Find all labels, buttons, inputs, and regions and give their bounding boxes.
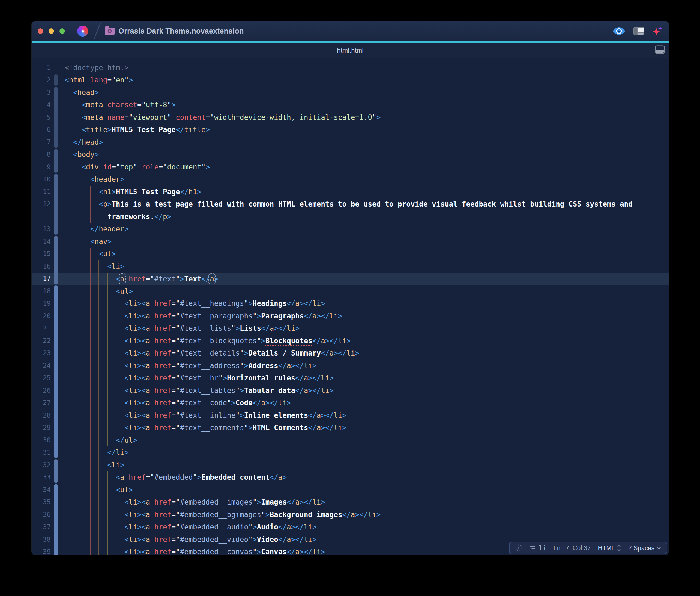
code-line-12[interactable]: 12 <p>This is a test page filled with co…	[32, 198, 669, 211]
line-number[interactable]: 26	[32, 387, 51, 394]
code-line-26[interactable]: 26 <li><a href="#text__tables">Tabular d…	[32, 384, 669, 397]
line-number[interactable]: 19	[32, 300, 51, 307]
code-text: <a href="#embedded">Embedded content</a>	[64, 473, 287, 481]
code-line-7[interactable]: 7 </head>	[32, 136, 669, 148]
line-number[interactable]: 6	[32, 126, 51, 133]
line-number[interactable]: 23	[32, 349, 51, 357]
code-line-24[interactable]: 24 <li><a href="#text__address">Address<…	[32, 359, 669, 372]
code-line-10[interactable]: 10 <header>	[32, 173, 669, 186]
tab-bar[interactable]: html.html	[32, 43, 669, 58]
code-text: <li><a href="#text__lists">Lists</a></li…	[64, 324, 300, 332]
code-line-14[interactable]: 14 <nav>	[32, 235, 669, 248]
preview-eye-button[interactable]	[613, 27, 625, 35]
code-line-6[interactable]: 6 <title>HTML5 Test Page</title>	[32, 124, 669, 136]
line-number[interactable]: 37	[32, 523, 51, 531]
code-line-16[interactable]: 16 <li>	[32, 260, 669, 273]
tab-html[interactable]: html.html	[337, 47, 363, 54]
line-number[interactable]: 39	[32, 548, 51, 555]
line-number[interactable]: 4	[32, 101, 51, 108]
line-number[interactable]: 3	[32, 89, 51, 96]
code-line-11[interactable]: 11 <h1>HTML5 Test Page</h1>	[32, 185, 669, 198]
line-number[interactable]: 35	[32, 498, 51, 506]
code-line-22[interactable]: 22 <li><a href="#text__blockquotes">Bloc…	[32, 334, 669, 347]
line-number[interactable]: 10	[32, 175, 51, 183]
status-bar[interactable]: li Ln 17, Col 37 HTML 2 Spaces	[509, 542, 667, 554]
line-number[interactable]: 11	[32, 188, 51, 196]
line-number[interactable]: 34	[32, 486, 51, 494]
minimize-button[interactable]	[49, 28, 54, 34]
code-text: </ul>	[64, 436, 137, 444]
line-number[interactable]: 31	[32, 449, 51, 456]
code-line-15[interactable]: 15 <ul>	[32, 248, 669, 260]
line-number[interactable]: 29	[32, 424, 51, 431]
code-line-5[interactable]: 5 <meta name="viewport" content="width=d…	[32, 111, 669, 124]
code-line-28[interactable]: 28 <li><a href="#text__inline">Inline el…	[32, 409, 669, 422]
code-line-9[interactable]: 9 <div id="top" role="document">	[32, 161, 669, 173]
line-number[interactable]: 18	[32, 287, 51, 295]
symbol-path[interactable]: li	[530, 544, 546, 551]
line-number[interactable]: 33	[32, 473, 51, 481]
code-line-32[interactable]: 32 <li>	[32, 459, 669, 471]
line-number[interactable]: 1	[32, 64, 51, 72]
code-line-27[interactable]: 27 <li><a href="#text__code">Code</a></l…	[32, 397, 669, 409]
code-line-34[interactable]: 34 <ul>	[32, 483, 669, 496]
line-number[interactable]: 13	[32, 225, 51, 233]
line-number[interactable]: 27	[32, 399, 51, 406]
code-line-17[interactable]: 17 <a href="#text">Text</a>	[32, 273, 669, 285]
line-number[interactable]: 16	[32, 263, 51, 270]
line-number[interactable]: 8	[32, 151, 51, 158]
code-line-29[interactable]: 29 <li><a href="#text__comments">HTML Co…	[32, 422, 669, 434]
code-line-1[interactable]: 1<!doctype html>	[32, 61, 669, 74]
code-line-4[interactable]: 4 <meta charset="utf-8">	[32, 99, 669, 111]
line-number[interactable]: 32	[32, 461, 51, 469]
line-number[interactable]: 28	[32, 412, 51, 419]
line-number[interactable]: 21	[32, 324, 51, 332]
line-number[interactable]: 38	[32, 536, 51, 543]
line-number[interactable]: 24	[32, 362, 51, 370]
line-number[interactable]: 12	[32, 200, 51, 208]
indent-unit-selector[interactable]: 2 Spaces	[628, 544, 661, 552]
code-line-8[interactable]: 8 <body>	[32, 148, 669, 161]
code-line-13[interactable]: 13 </header>	[32, 223, 669, 235]
code-line-36[interactable]: 36 <li><a href="#embedded__bgimages">Bac…	[32, 508, 669, 521]
code-text: <li><a href="#embedded__canvas">Canvas</…	[64, 548, 325, 555]
code-line-25[interactable]: 25 <li><a href="#text__hr">Horizontal ru…	[32, 372, 669, 384]
assistant-sparkles-button[interactable]	[652, 26, 664, 36]
close-button[interactable]	[37, 28, 43, 34]
split-editor-button[interactable]	[655, 45, 665, 55]
code-line-19[interactable]: 19 <li><a href="#text__headings">Heading…	[32, 297, 669, 310]
language-selector[interactable]: HTML	[598, 544, 621, 552]
code-line-35[interactable]: 35 <li><a href="#embedded__images">Image…	[32, 496, 669, 509]
code-line-33[interactable]: 33 <a href="#embedded">Embedded content<…	[32, 471, 669, 484]
line-number[interactable]: 25	[32, 374, 51, 382]
code-line-3[interactable]: 3 <head>	[32, 86, 669, 99]
line-number[interactable]: 2	[32, 76, 51, 84]
line-number[interactable]: 36	[32, 511, 51, 519]
line-number[interactable]: 17	[32, 275, 51, 282]
line-number[interactable]: 7	[32, 139, 51, 146]
fullscreen-button[interactable]	[59, 28, 65, 34]
code-line-30[interactable]: 30 </ul>	[32, 434, 669, 446]
code-editor[interactable]: 1<!doctype html>2<html lang="en">3 <head…	[32, 58, 669, 555]
sidebar-toggle-button[interactable]	[633, 27, 644, 35]
project-breadcrumb[interactable]: ⚙ Orrasis Dark Theme.novaextension	[105, 27, 244, 35]
code-line-18[interactable]: 18 <ul>	[32, 285, 669, 297]
line-number[interactable]: 14	[32, 238, 51, 245]
line-number[interactable]: 9	[32, 163, 51, 171]
line-number[interactable]: 20	[32, 312, 51, 320]
code-line-20[interactable]: 20 <li><a href="#text__paragraphs">Parag…	[32, 310, 669, 322]
code-line-wrap[interactable]: frameworks.</p>	[32, 210, 669, 223]
code-line-2[interactable]: 2<html lang="en">	[32, 74, 669, 86]
line-number[interactable]: 15	[32, 250, 51, 257]
goto-line-button[interactable]	[515, 544, 523, 552]
code-line-21[interactable]: 21 <li><a href="#text__lists">Lists</a><…	[32, 322, 669, 335]
code-text: <ul>	[64, 486, 133, 494]
line-number[interactable]: 5	[32, 114, 51, 121]
code-line-31[interactable]: 31 </li>	[32, 446, 669, 459]
code-line-23[interactable]: 23 <li><a href="#text__details">Details …	[32, 347, 669, 360]
line-number[interactable]: 22	[32, 337, 51, 345]
code-line-37[interactable]: 37 <li><a href="#embedded__audio">Audio<…	[32, 521, 669, 533]
titlebar[interactable]: ⚙ Orrasis Dark Theme.novaextension	[32, 21, 669, 41]
line-number[interactable]: 30	[32, 437, 51, 444]
cursor-position[interactable]: Ln 17, Col 37	[553, 544, 591, 552]
